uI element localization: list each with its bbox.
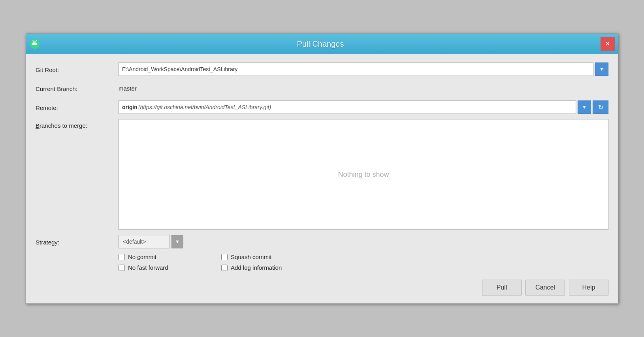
current-branch-row: Current Branch: master <box>36 81 608 95</box>
remote-italic: (https://git.oschina.net/bvin/AndroidTes… <box>138 104 271 110</box>
git-root-content: ▼ <box>119 62 608 76</box>
svg-point-4 <box>34 42 34 43</box>
pull-button[interactable]: Pull <box>482 280 522 295</box>
no-commit-checkbox[interactable] <box>119 254 125 260</box>
remote-row: Remote: origin (https://git.oschina.net/… <box>36 100 608 114</box>
checkbox-row-2: No fast forward Add log information <box>119 264 608 271</box>
strategy-label: Strategy: <box>36 238 119 246</box>
add-log-info-checkbox-item[interactable]: Add log information <box>221 264 308 271</box>
remote-content: origin (https://git.oschina.net/bvin/And… <box>119 100 608 114</box>
remote-refresh-button[interactable]: ↻ <box>593 100 608 114</box>
svg-rect-3 <box>33 42 36 45</box>
squash-commit-checkbox[interactable] <box>221 254 228 260</box>
no-fast-forward-checkbox[interactable] <box>119 265 125 271</box>
close-button[interactable]: × <box>601 37 615 51</box>
app-icon <box>29 38 40 49</box>
no-commit-checkbox-item[interactable]: No commit <box>119 254 205 260</box>
current-branch-value: master <box>119 85 137 92</box>
no-fast-forward-checkbox-item[interactable]: No fast forward <box>119 264 205 271</box>
cancel-button[interactable]: Cancel <box>525 280 565 295</box>
help-button[interactable]: Help <box>569 280 608 295</box>
branches-to-merge-row: Branches to merge: Nothing to show <box>36 119 608 230</box>
add-log-info-label: Add log information <box>231 264 282 271</box>
dialog-body: Git Root: ▼ Current Branch: master Remot… <box>26 54 618 303</box>
remote-label: Remote: <box>36 104 119 111</box>
git-root-label: Git Root: <box>36 66 119 73</box>
strategy-content: <default> ▼ <box>119 235 183 248</box>
strategy-select-display: <default> <box>119 235 170 248</box>
checkbox-row-1: No commit Squash commit <box>119 254 608 260</box>
svg-point-5 <box>35 42 36 43</box>
remote-dropdown-button[interactable]: ▼ <box>578 100 591 114</box>
strategy-dropdown-button[interactable]: ▼ <box>171 235 183 248</box>
title-bar: Pull Changes × <box>26 34 618 54</box>
dialog-title: Pull Changes <box>40 40 601 49</box>
add-log-info-checkbox[interactable] <box>221 265 228 271</box>
no-fast-forward-label: No fast forward <box>128 264 168 271</box>
branches-to-merge-label: Branches to merge: <box>36 119 119 129</box>
branches-empty-text: Nothing to show <box>338 170 389 179</box>
git-root-row: Git Root: ▼ <box>36 62 608 76</box>
android-studio-icon <box>30 39 40 49</box>
squash-commit-label: Squash commit <box>231 254 271 260</box>
pull-changes-dialog: Pull Changes × Git Root: ▼ Current Branc… <box>26 33 618 304</box>
current-branch-label: Current Branch: <box>36 85 119 92</box>
current-branch-content: master <box>119 85 608 92</box>
no-commit-label: No commit <box>128 254 156 260</box>
squash-commit-checkbox-item[interactable]: Squash commit <box>221 254 308 260</box>
remote-value: origin (https://git.oschina.net/bvin/And… <box>119 100 576 114</box>
remote-bold: origin <box>122 104 137 110</box>
branches-list: Nothing to show <box>119 119 608 230</box>
git-root-input[interactable] <box>119 62 593 76</box>
buttons-row: Pull Cancel Help <box>36 276 608 295</box>
checkboxes-area: No commit Squash commit No fast forward … <box>119 254 608 271</box>
strategy-row: Strategy: <default> ▼ <box>36 235 608 249</box>
git-root-dropdown-button[interactable]: ▼ <box>595 62 608 76</box>
